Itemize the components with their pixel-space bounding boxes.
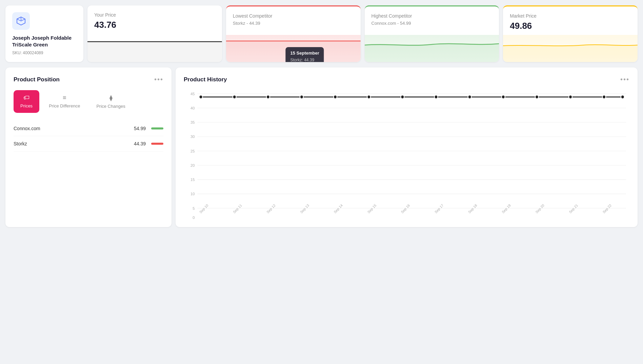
competitor-list: Connox.com 54.99 Storkz 44.39: [14, 121, 163, 151]
competitor-price-storkz: 44.39: [134, 141, 146, 146]
svg-text:10: 10: [190, 192, 195, 196]
competitor-row: Connox.com 54.99: [14, 121, 163, 136]
svg-text:30: 30: [190, 135, 195, 139]
product-sku: SKU: 400024089: [12, 50, 77, 55]
product-info-card: Joseph Joseph Foldable TriScale Green SK…: [5, 5, 83, 62]
svg-point-33: [502, 95, 505, 99]
tab-price-difference-label: Price Difference: [49, 103, 80, 108]
product-icon: [12, 12, 30, 30]
prices-icon: 🏷: [23, 94, 29, 101]
svg-text:Sep 12: Sep 12: [266, 203, 276, 214]
svg-text:Sep 16: Sep 16: [400, 203, 410, 214]
svg-point-29: [367, 95, 370, 99]
svg-text:Sep 13: Sep 13: [300, 203, 310, 214]
svg-point-36: [602, 95, 606, 99]
svg-text:Sep 21: Sep 21: [568, 203, 579, 214]
market-price-card: Market Price 49.86: [503, 5, 638, 62]
competitor-name-storkz: Storkz: [14, 141, 134, 146]
your-price-label: Your Price: [94, 12, 215, 18]
bottom-row: Product Position ••• 🏷 Prices ≡ Price Di…: [5, 67, 638, 227]
svg-point-25: [233, 95, 236, 99]
product-position-title: Product Position: [14, 76, 60, 83]
product-position-more[interactable]: •••: [154, 76, 163, 83]
svg-rect-1: [87, 42, 222, 62]
product-history-panel: Product History ••• 45 40 35 30: [176, 67, 638, 227]
svg-text:Sep 19: Sep 19: [501, 203, 511, 214]
lowest-competitor-sub: Storkz - 44.39: [233, 21, 354, 26]
lowest-competitor-chart: [226, 35, 361, 62]
competitor-bar-storkz: [151, 143, 163, 145]
highest-competitor-label: Highest Competitor: [371, 13, 493, 19]
lowest-competitor-card: Lowest Competitor Storkz - 44.39 15 Sept…: [226, 5, 361, 62]
price-changes-icon: ⧫: [109, 94, 113, 102]
competitor-price-connox: 54.99: [134, 126, 146, 131]
svg-text:Sep 11: Sep 11: [232, 203, 242, 214]
svg-text:Sep 10: Sep 10: [199, 203, 209, 214]
svg-point-27: [300, 95, 303, 99]
svg-point-28: [334, 95, 337, 99]
svg-point-31: [434, 95, 438, 99]
svg-text:Sep 17: Sep 17: [434, 203, 444, 214]
svg-text:45: 45: [190, 92, 195, 96]
price-difference-icon: ≡: [63, 94, 66, 101]
product-history-header: Product History •••: [184, 76, 629, 83]
svg-text:5: 5: [193, 206, 195, 210]
svg-rect-3: [226, 42, 361, 62]
your-price-chart: [87, 35, 222, 62]
product-history-more[interactable]: •••: [620, 76, 629, 83]
competitor-row: Storkz 44.39: [14, 136, 163, 151]
svg-text:Sep 22: Sep 22: [602, 203, 612, 214]
product-position-header: Product Position •••: [14, 76, 163, 83]
svg-text:Sep 20: Sep 20: [535, 203, 545, 214]
svg-point-24: [199, 95, 203, 99]
svg-point-35: [569, 95, 572, 99]
highest-competitor-chart: [365, 35, 499, 62]
svg-point-26: [266, 95, 270, 99]
svg-point-37: [621, 95, 624, 99]
market-price-value: 49.86: [510, 21, 631, 31]
tab-price-difference[interactable]: ≡ Price Difference: [42, 90, 87, 113]
svg-point-30: [401, 95, 404, 99]
highest-competitor-card: Highest Competitor Connox.com - 54.99: [365, 5, 499, 62]
svg-point-32: [468, 95, 471, 99]
product-history-chart: 45 40 35 30 25 20 15 10 5 0: [184, 90, 629, 219]
product-position-tabs: 🏷 Prices ≡ Price Difference ⧫ Price Chan…: [14, 90, 163, 113]
tab-prices-label: Prices: [20, 103, 33, 108]
history-chart-svg: 45 40 35 30 25 20 15 10 5 0: [184, 90, 629, 219]
svg-text:20: 20: [190, 163, 195, 167]
product-name: Joseph Joseph Foldable TriScale Green: [12, 35, 77, 48]
product-position-panel: Product Position ••• 🏷 Prices ≡ Price Di…: [5, 67, 172, 227]
svg-text:40: 40: [190, 106, 195, 110]
svg-text:35: 35: [190, 120, 195, 124]
product-history-title: Product History: [184, 76, 227, 83]
svg-text:Sep 14: Sep 14: [333, 203, 343, 214]
svg-text:Sep 18: Sep 18: [467, 203, 478, 214]
tab-prices[interactable]: 🏷 Prices: [14, 90, 39, 113]
svg-text:25: 25: [190, 149, 195, 153]
tab-price-changes-label: Price Changes: [96, 104, 125, 109]
svg-text:Sep 15: Sep 15: [367, 203, 377, 214]
top-cards-row: Joseph Joseph Foldable TriScale Green SK…: [5, 5, 638, 62]
your-price-card: Your Price 43.76: [87, 5, 222, 62]
tab-price-changes[interactable]: ⧫ Price Changes: [89, 90, 132, 113]
lowest-competitor-label: Lowest Competitor: [233, 13, 354, 19]
svg-point-34: [535, 95, 539, 99]
market-price-chart: [503, 35, 638, 62]
competitor-bar-connox: [151, 127, 163, 129]
svg-text:0: 0: [193, 216, 195, 219]
highest-competitor-sub: Connox.com - 54.99: [371, 21, 493, 26]
svg-text:15: 15: [190, 178, 195, 182]
competitor-name-connox: Connox.com: [14, 126, 134, 131]
your-price-value: 43.76: [94, 20, 215, 30]
market-price-label: Market Price: [510, 13, 631, 19]
